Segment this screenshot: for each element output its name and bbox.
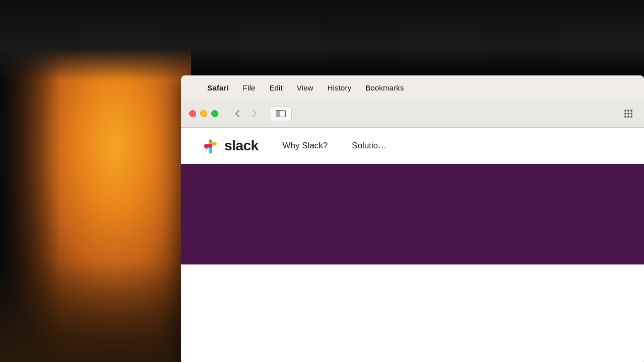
bookmarks-menu[interactable]: Bookmarks — [365, 83, 404, 92]
grid-icon — [624, 110, 632, 118]
safari-menu[interactable]: Safari — [207, 83, 229, 92]
slack-navbar: slack Why Slack? Solutio… — [181, 128, 644, 164]
history-menu[interactable]: History — [328, 83, 352, 92]
fullscreen-button[interactable] — [211, 110, 218, 117]
safari-toolbar — [181, 100, 644, 128]
edit-menu[interactable]: Edit — [269, 83, 282, 92]
sidebar-icon — [276, 110, 286, 117]
slack-hero-section — [181, 164, 644, 264]
macos-menubar: Safari File Edit View History Bookmarks — [181, 75, 644, 100]
nav-buttons — [229, 107, 263, 121]
solutions-nav[interactable]: Solutio… — [352, 141, 386, 151]
browser-content: slack Why Slack? Solutio… — [181, 128, 644, 362]
view-menu[interactable]: View — [297, 83, 313, 92]
slack-logo-area[interactable]: slack — [201, 137, 259, 155]
forward-button[interactable] — [247, 107, 263, 121]
laptop-frame: Safari File Edit View History Bookmarks — [181, 75, 644, 362]
bg-dark-top — [0, 0, 644, 80]
sidebar-toggle-button[interactable] — [270, 106, 292, 121]
file-menu[interactable]: File — [243, 83, 256, 92]
traffic-lights — [189, 110, 218, 117]
why-slack-nav[interactable]: Why Slack? — [283, 141, 328, 151]
slack-logo-icon — [201, 137, 219, 155]
back-button[interactable] — [229, 107, 246, 121]
minimize-button[interactable] — [200, 110, 207, 117]
slack-wordmark: slack — [224, 138, 259, 154]
grid-view-button[interactable] — [621, 106, 636, 121]
close-button[interactable] — [189, 110, 196, 117]
